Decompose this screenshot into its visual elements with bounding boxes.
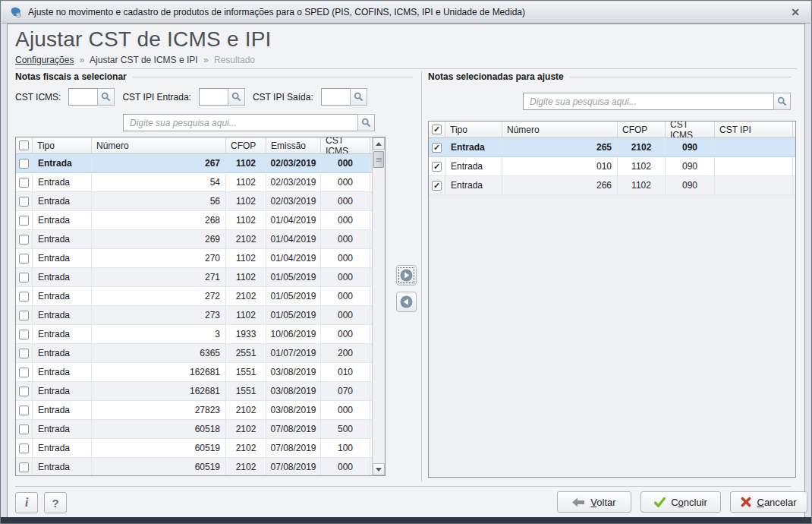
- table-row[interactable]: Entrada60519210207/08/2019000: [16, 458, 372, 476]
- left-table-scrollbar[interactable]: [372, 137, 385, 475]
- table-row[interactable]: Entrada272210201/05/2019000: [16, 287, 372, 306]
- voltar-button[interactable]: Voltar: [557, 491, 631, 513]
- row-checkbox[interactable]: [19, 330, 29, 339]
- row-checkbox[interactable]: [19, 235, 29, 245]
- cell-numero: 270: [92, 249, 226, 267]
- left-search-input[interactable]: [123, 114, 357, 131]
- cell-numero: 272: [92, 287, 226, 305]
- cell-cst_icms: 090: [666, 157, 715, 175]
- cell-tipo: Entrada: [33, 458, 92, 476]
- row-checkbox[interactable]: [19, 197, 29, 207]
- row-checkbox[interactable]: ✓: [432, 162, 442, 172]
- row-checkbox[interactable]: [19, 462, 29, 472]
- cst-icms-input[interactable]: [68, 88, 97, 106]
- row-checkbox[interactable]: [19, 254, 29, 264]
- row-checkbox[interactable]: [19, 387, 29, 396]
- column-header[interactable]: CST IPI: [715, 122, 793, 137]
- table-row[interactable]: ✓Entrada2652102090: [429, 138, 795, 157]
- cell-emissao: 02/03/2019: [266, 173, 321, 191]
- table-row[interactable]: Entrada56110202/03/2019000: [16, 192, 372, 211]
- table-row[interactable]: Entrada269210201/04/2019000: [16, 230, 372, 249]
- cell-cst_icms: 090: [666, 138, 715, 156]
- column-header[interactable]: Número: [92, 137, 226, 153]
- cell-numero: 27823: [92, 401, 226, 419]
- table-row[interactable]: Entrada268110201/04/2019000: [16, 211, 372, 230]
- cell-cfop: 1551: [226, 363, 266, 381]
- cst-ipi-entrada-search-button[interactable]: [228, 88, 245, 106]
- scroll-up-icon[interactable]: [373, 137, 385, 150]
- table-row[interactable]: ✓Entrada2661102090: [429, 176, 795, 195]
- table-row[interactable]: Entrada6365255101/07/2019200: [16, 344, 372, 363]
- row-checkbox[interactable]: [19, 159, 29, 169]
- table-row[interactable]: Entrada60519210207/08/2019100: [16, 439, 372, 458]
- column-header[interactable]: CST ICMS: [321, 137, 370, 153]
- row-checkbox[interactable]: [19, 311, 29, 320]
- table-row[interactable]: Entrada27823210203/08/2019000: [16, 401, 372, 420]
- move-left-button[interactable]: [396, 292, 417, 312]
- table-row[interactable]: Entrada271110201/05/2019000: [16, 268, 372, 287]
- help-button[interactable]: ?: [44, 492, 67, 513]
- row-checkbox-cell: [16, 287, 33, 305]
- cell-cst_icms: 070: [321, 382, 370, 400]
- cell-cfop: 2102: [618, 138, 666, 156]
- cell-emissao: 01/05/2019: [266, 287, 321, 305]
- info-button[interactable]: i: [15, 492, 38, 513]
- scroll-down-icon[interactable]: [373, 463, 385, 475]
- row-checkbox[interactable]: [19, 444, 29, 453]
- table-row[interactable]: Entrada54110202/03/2019000: [16, 173, 372, 192]
- cell-emissao: 03/08/2019: [266, 401, 321, 419]
- column-header[interactable]: Número: [502, 122, 618, 137]
- cell-emissao: 07/08/2019: [266, 439, 321, 457]
- row-checkbox[interactable]: [19, 292, 29, 301]
- cancelar-button[interactable]: Cancelar: [730, 491, 807, 513]
- cell-cfop: 2102: [226, 458, 266, 476]
- table-row[interactable]: Entrada60518210207/08/2019500: [16, 420, 372, 439]
- close-icon[interactable]: ✕: [788, 6, 803, 18]
- row-checkbox[interactable]: [19, 216, 29, 226]
- breadcrumb-link-configuracoes[interactable]: Configurações: [15, 55, 74, 65]
- table-row[interactable]: Entrada162681155103/08/2019010: [16, 363, 372, 382]
- row-checkbox[interactable]: [19, 349, 29, 358]
- row-checkbox[interactable]: [19, 425, 29, 434]
- row-checkbox[interactable]: [19, 273, 29, 283]
- cst-ipi-saida-search-button[interactable]: [350, 88, 367, 106]
- move-right-button[interactable]: [396, 265, 417, 286]
- row-checkbox[interactable]: [19, 178, 29, 188]
- column-header[interactable]: Tipo: [445, 122, 502, 137]
- column-header[interactable]: CST ICMS: [666, 122, 715, 137]
- column-header[interactable]: CFOP: [226, 137, 266, 153]
- table-row[interactable]: Entrada270110201/04/2019000: [16, 249, 372, 268]
- right-table-header-checkbox[interactable]: ✓: [432, 125, 442, 134]
- row-checkbox[interactable]: ✓: [432, 143, 442, 153]
- column-header[interactable]: CFOP: [618, 122, 666, 137]
- table-row[interactable]: Entrada267110202/03/2019000: [16, 154, 372, 173]
- table-row[interactable]: ✓Entrada0101102090: [429, 157, 795, 176]
- left-table-header-checkbox[interactable]: [19, 140, 29, 150]
- table-row[interactable]: Entrada162681155103/08/2019070: [16, 382, 372, 401]
- scrollbar-track[interactable]: [373, 150, 385, 463]
- row-checkbox[interactable]: [19, 368, 29, 377]
- right-search-input[interactable]: [523, 93, 773, 110]
- left-search-button[interactable]: [357, 114, 375, 131]
- cell-tipo: Entrada: [445, 176, 502, 194]
- cell-numero: 56: [92, 192, 226, 210]
- column-header[interactable]: Emissão: [266, 137, 321, 153]
- footer-divider: [15, 486, 791, 487]
- cst-ipi-saida-input[interactable]: [321, 88, 350, 106]
- right-table-header-checkbox-cell: ✓: [429, 122, 445, 137]
- concluir-button[interactable]: Concluir: [640, 491, 721, 513]
- cst-icms-search-button[interactable]: [97, 88, 115, 106]
- cell-cfop: 2551: [226, 344, 266, 362]
- table-row[interactable]: Entrada273110201/05/2019000: [16, 306, 372, 325]
- cst-ipi-entrada-input[interactable]: [199, 88, 228, 106]
- help-icon: ?: [52, 497, 58, 510]
- table-row[interactable]: Entrada3193310/06/2019000: [16, 325, 372, 344]
- cell-emissao: 01/05/2019: [266, 268, 321, 286]
- right-search-button[interactable]: [773, 93, 791, 110]
- cell-numero: 267: [92, 154, 226, 172]
- column-header[interactable]: Tipo: [33, 137, 92, 153]
- row-checkbox[interactable]: ✓: [432, 181, 442, 191]
- row-checkbox[interactable]: [19, 406, 29, 415]
- cell-tipo: Entrada: [33, 173, 92, 191]
- scrollbar-thumb[interactable]: [373, 151, 384, 168]
